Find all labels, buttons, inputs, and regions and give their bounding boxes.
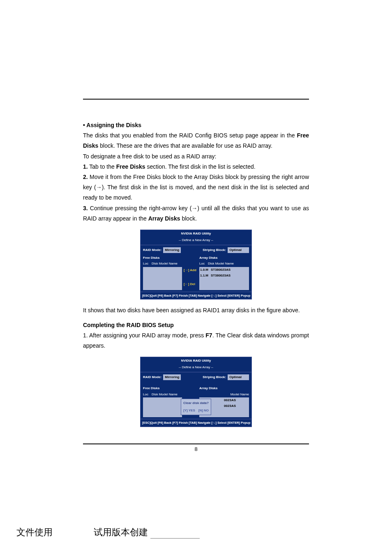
free-disks-header: Loc Disk Model Name	[143, 392, 182, 397]
bios-title: NVIDIA RAID Utility	[141, 357, 251, 365]
bold-f7: F7	[205, 332, 212, 339]
text: Tab to the	[88, 163, 116, 170]
free-disks-list	[143, 267, 182, 290]
text: 1. After assigning your RAID array mode,…	[83, 332, 205, 339]
array-disks-label: Array Disks	[199, 255, 249, 261]
completing-heading: Completing the RAID BIOS Setup	[83, 320, 309, 330]
col-model: Disk Model Name	[152, 261, 178, 267]
free-disks-panel: Free Disks Loc Disk Model Name	[143, 255, 182, 290]
clear-disk-dialog: Clear disk data? [Y] YES [N] NO	[181, 399, 211, 416]
col-loc: Loc	[143, 261, 148, 267]
raid-mode-value: Mirroring	[163, 374, 181, 380]
col-model: Disk Model Name	[208, 261, 234, 267]
striping-value: Optimal	[228, 247, 249, 253]
step-num: 2.	[83, 174, 88, 180]
text: block. These are the drives that are ava…	[98, 142, 272, 149]
loc: 1.1.M	[200, 273, 208, 279]
bios-columns: Free Disks Loc Disk Model Name [→] Add […	[141, 255, 251, 292]
bios-mode-row: RAID Mode: Mirroring Striping Block: Opt…	[141, 245, 251, 255]
striping-label: Striping Block:	[203, 374, 226, 380]
step-num: 1.	[83, 163, 88, 170]
bios-mid-buttons: [→] Add [←] Del	[184, 255, 198, 290]
raid-mode-label: RAID Mode:	[143, 247, 161, 253]
bios-mode-row: RAID Mode: Mirroring Striping Block: Opt…	[141, 372, 251, 382]
trial-left: 文件使用	[16, 526, 53, 539]
col-model: Disk Model Name	[152, 392, 178, 397]
bold: Free Disks	[116, 163, 145, 170]
model: ST380023AS	[211, 273, 231, 279]
list-row: 1.0.M ST380023AS	[199, 267, 249, 273]
bios-subtitle: -- Define a New Array --	[141, 365, 251, 372]
text: block.	[180, 215, 197, 222]
free-disks-label: Free Disks	[143, 255, 182, 261]
step-1: 1. Tab to the Free Disks section. The fi…	[83, 162, 309, 172]
striping-label: Striping Block:	[203, 247, 226, 253]
text: Move it from the Free Disks block to the…	[83, 174, 309, 201]
add-label: [→] Add	[184, 267, 198, 273]
dialog-no: [N] NO	[198, 408, 209, 413]
trial-mid: 试用版本创建	[94, 526, 148, 539]
trial-underline	[150, 537, 200, 539]
bios-footer: [ESC]Quit [F6] Back [F7] Finish [TAB] Na…	[141, 292, 251, 300]
col-model-partial: Model Name	[231, 392, 249, 397]
top-rule	[83, 99, 309, 100]
dialog-title: Clear disk data?	[183, 400, 209, 406]
array-disks-label: Array Disks	[199, 385, 249, 391]
text: The disks that you enabled from the RAID…	[83, 132, 297, 139]
bios-title: NVIDIA RAID Utility	[141, 230, 251, 237]
page-content: • Assigning the Disks The disks that you…	[83, 0, 309, 452]
free-disks-panel: Free Disks Loc Disk Model Name	[143, 385, 182, 417]
caption: It shows that two disks have been assign…	[83, 305, 309, 316]
bios-footer: [ESC]Quit [F6] Back [F7] Finish [TAB] Na…	[141, 419, 251, 427]
array-disks-panel: Array Disks Loc Disk Model Name 1.0.M ST…	[199, 255, 249, 290]
page-number: 8	[83, 446, 309, 452]
list-row: 1.1.M ST380023AS	[199, 273, 249, 279]
free-disks-label: Free Disks	[143, 385, 182, 391]
del-label: [←] Del	[184, 281, 198, 287]
raid-mode-label: RAID Mode:	[143, 374, 161, 380]
body-text: • Assigning the Disks The disks that you…	[83, 120, 309, 427]
col-loc: Loc	[199, 261, 205, 267]
bios-screenshot-1: NVIDIA RAID Utility -- Define a New Arra…	[140, 230, 252, 300]
raid-mode-value: Mirroring	[163, 247, 181, 253]
bios-subtitle: -- Define a New Array --	[141, 237, 251, 245]
paragraph: The disks that you enabled from the RAID…	[83, 130, 309, 151]
bios-screenshot-2: NVIDIA RAID Utility -- Define a New Arra…	[140, 357, 252, 427]
trial-watermark: 文件使用 试用版本创建	[0, 526, 392, 543]
text: section. The first disk in the list is s…	[145, 163, 256, 170]
dialog-yes: [Y] YES	[183, 408, 195, 413]
model: ST380023AS	[211, 267, 231, 273]
bottom-rule	[83, 444, 309, 444]
col-loc: Loc	[143, 392, 148, 397]
array-disks-header: Loc Disk Model Name	[199, 261, 249, 267]
bios-inner: Free Disks Loc Disk Model Name [→] Del A…	[141, 382, 251, 419]
step-2: 2. Move it from the Free Disks block to …	[83, 172, 309, 203]
assigning-heading: • Assigning the Disks	[83, 120, 309, 130]
free-disks-header: Loc Disk Model Name	[143, 261, 182, 267]
array-disks-list: 1.0.M ST380023AS 1.1.M ST380023AS	[199, 267, 249, 290]
loc: 1.0.M	[200, 267, 208, 273]
striping-value: Optimal	[228, 374, 249, 380]
completing-step-1: 1. After assigning your RAID array mode,…	[83, 330, 309, 351]
free-disks-list	[143, 397, 182, 417]
step-num: 3.	[83, 205, 88, 211]
array-disks-header: Model Name	[199, 392, 249, 397]
paragraph: To designate a free disk to be used as a…	[83, 151, 309, 162]
bold: Array Disks	[148, 215, 180, 222]
step-3: 3. Continue pressing the right-arrow key…	[83, 203, 309, 224]
